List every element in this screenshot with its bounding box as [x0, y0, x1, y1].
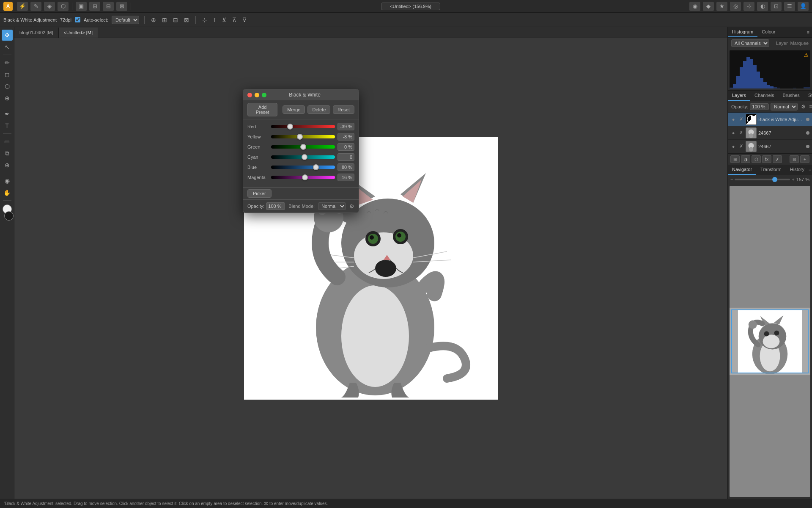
shape-tool[interactable]: ▭ — [2, 136, 13, 147]
tab-navigator[interactable]: Navigator — [728, 165, 756, 175]
menu-icon-4[interactable]: ⬡ — [58, 2, 69, 11]
menu-icon-10[interactable]: ◆ — [703, 2, 714, 11]
tab-histogram[interactable]: Histogram — [728, 27, 757, 37]
user-icon[interactable]: 👤 — [798, 2, 809, 11]
transform-icon[interactable]: ⊕ — [150, 16, 157, 24]
yellow-track[interactable] — [271, 135, 335, 138]
reset-button[interactable]: Reset — [333, 105, 354, 114]
blue-value[interactable] — [337, 163, 354, 171]
blend-mode-select[interactable]: Normal — [318, 202, 346, 210]
tab-brushes[interactable]: Brushes — [779, 91, 804, 101]
background-color[interactable] — [4, 211, 14, 221]
menu-icon-6[interactable]: ⊞ — [89, 2, 100, 11]
align-left-icon[interactable]: ⊞ — [161, 16, 168, 24]
opacity-input[interactable] — [266, 202, 285, 210]
picker-button[interactable]: Picker — [247, 189, 272, 198]
align-bottom-icon[interactable]: ⊻ — [221, 16, 228, 24]
tab-history[interactable]: History — [786, 165, 809, 175]
menu-icon-7[interactable]: ⊟ — [103, 2, 114, 11]
magenta-thumb[interactable] — [302, 174, 308, 180]
cyan-thumb[interactable] — [302, 154, 307, 160]
layers-opacity-input[interactable] — [750, 103, 769, 110]
blend-settings-icon[interactable]: ⚙ — [349, 203, 354, 210]
menu-icon-1[interactable]: ⚡ — [17, 2, 28, 11]
menu-icon-14[interactable]: ◐ — [757, 2, 768, 11]
blue-thumb[interactable] — [313, 164, 319, 170]
green-value[interactable] — [337, 143, 354, 151]
menu-icon-5[interactable]: ▣ — [76, 2, 87, 11]
layer-vis-icon[interactable]: ● — [730, 116, 736, 122]
tab-channels[interactable]: Channels — [750, 91, 778, 101]
layer-item-bw[interactable]: ● ✗ Black & White Adjustment — [728, 113, 812, 126]
brush-tool[interactable]: ✏ — [2, 57, 13, 68]
histogram-settings-icon[interactable]: ≡ — [807, 30, 809, 35]
magenta-value[interactable] — [337, 174, 354, 181]
red-thumb[interactable] — [287, 124, 293, 130]
menu-icon-3[interactable]: ◈ — [44, 2, 55, 11]
red-track[interactable] — [271, 125, 335, 128]
crop-tool[interactable]: ⧉ — [2, 148, 13, 159]
close-button[interactable] — [247, 93, 252, 97]
add-preset-button[interactable]: Add Preset — [247, 103, 277, 116]
text-tool[interactable]: T — [2, 120, 13, 131]
add-pixel-btn[interactable]: ⊞ — [730, 155, 740, 163]
delete-button[interactable]: Delete — [307, 105, 330, 114]
clone-tool[interactable]: ⊕ — [2, 93, 13, 104]
yellow-value[interactable] — [337, 133, 354, 141]
layer-item-24667-1[interactable]: ● ✗ 24667 — [728, 126, 812, 140]
zoom-slider[interactable] — [735, 179, 790, 180]
menu-icon-16[interactable]: ☰ — [784, 2, 795, 11]
duplicate-btn[interactable]: ⊟ — [790, 155, 799, 163]
layers-blend-select[interactable]: Normal — [771, 103, 798, 110]
tab-layers[interactable]: Layers — [728, 91, 750, 101]
layers-gear-icon[interactable]: ⚙ — [801, 104, 806, 110]
select-tool[interactable]: ↖ — [2, 41, 13, 52]
pen-tool[interactable]: ✒ — [2, 108, 13, 119]
auto-select-dropdown[interactable]: Default — [112, 16, 139, 24]
mask-btn[interactable]: ⬡ — [752, 155, 761, 163]
align-top-icon[interactable]: ⊹ — [201, 16, 208, 24]
layer-item-24667-2[interactable]: ● ✗ 24667 — [728, 140, 812, 153]
eye-tool[interactable]: ◉ — [2, 175, 13, 186]
eraser-tool[interactable]: ◻ — [2, 69, 13, 80]
tab-untitled[interactable]: <Untitled> [M] — [59, 28, 98, 38]
zoom-plus-icon[interactable]: + — [792, 177, 794, 182]
align-right-icon[interactable]: ⊠ — [183, 16, 190, 24]
app-logo[interactable]: A — [3, 2, 13, 11]
cyan-value[interactable] — [337, 153, 354, 161]
auto-select-checkbox[interactable] — [75, 17, 80, 22]
menu-icon-12[interactable]: ◎ — [730, 2, 741, 11]
green-track[interactable] — [271, 145, 335, 149]
align-middle-icon[interactable]: ⊺ — [212, 16, 217, 24]
canvas-viewport[interactable]: Black & White Add Preset Merge Delete Re… — [14, 38, 727, 499]
menu-icon-9[interactable]: ◉ — [689, 2, 700, 11]
tab-blog[interactable]: blog01-0402 [M] — [14, 28, 59, 38]
menu-icon-11[interactable]: ★ — [716, 2, 727, 11]
fill-tool[interactable]: ⬡ — [2, 81, 13, 92]
menu-icon-15[interactable]: ⊡ — [771, 2, 782, 11]
tab-stock[interactable]: Stock — [804, 91, 812, 101]
distribute-h-icon[interactable]: ⊼ — [231, 16, 238, 24]
align-center-icon[interactable]: ⊟ — [172, 16, 179, 24]
distribute-v-icon[interactable]: ⊽ — [241, 16, 248, 24]
merge-button[interactable]: Merge — [283, 105, 305, 114]
menu-icon-13[interactable]: ⊹ — [743, 2, 754, 11]
add-adj-btn[interactable]: ◑ — [741, 155, 750, 163]
hand-tool[interactable]: ✋ — [2, 187, 13, 198]
yellow-thumb[interactable] — [297, 134, 303, 140]
zoom-tool[interactable]: ⊕ — [2, 160, 13, 171]
menu-icon-8[interactable]: ⊠ — [116, 2, 127, 11]
channel-select[interactable]: All Channels — [731, 39, 769, 47]
layers-more-icon[interactable]: ≡ — [809, 104, 812, 110]
red-value[interactable] — [337, 123, 354, 130]
navigator-settings-icon[interactable]: ≡ — [809, 167, 811, 172]
layer-vis3-icon[interactable]: ● — [730, 144, 736, 149]
zoom-thumb[interactable] — [772, 177, 777, 182]
zoom-minus-icon[interactable]: − — [730, 177, 733, 182]
cyan-track[interactable] — [271, 155, 335, 159]
menu-icon-2[interactable]: ✎ — [30, 2, 41, 11]
fx-btn[interactable]: fx — [762, 155, 771, 163]
delete-layer-btn[interactable]: ✗ — [773, 155, 782, 163]
move-tool[interactable]: ✥ — [2, 30, 13, 41]
blue-track[interactable] — [271, 166, 335, 169]
